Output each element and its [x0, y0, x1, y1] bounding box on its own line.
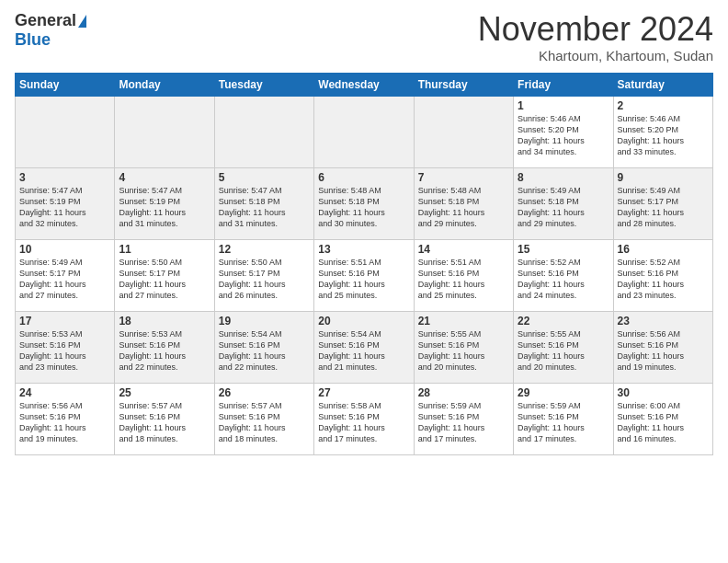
calendar-cell: 25Sunrise: 5:57 AMSunset: 5:16 PMDayligh… — [115, 383, 214, 454]
day-info: Sunrise: 5:49 AMSunset: 5:18 PMDaylight:… — [518, 185, 609, 230]
day-number: 29 — [518, 386, 609, 399]
day-info: Sunrise: 5:48 AMSunset: 5:18 PMDaylight:… — [318, 185, 409, 230]
calendar-cell: 1Sunrise: 5:46 AMSunset: 5:20 PMDaylight… — [514, 96, 613, 167]
day-info: Sunrise: 5:50 AMSunset: 5:17 PMDaylight:… — [119, 257, 210, 302]
day-info: Sunrise: 5:47 AMSunset: 5:19 PMDaylight:… — [119, 185, 210, 230]
logo-line1: General — [15, 11, 86, 30]
logo-general: General — [15, 11, 76, 30]
title-area: November 2024 Khartoum, Khartoum, Sudan — [478, 11, 713, 63]
day-info: Sunrise: 5:53 AMSunset: 5:16 PMDaylight:… — [119, 328, 210, 373]
calendar-cell: 7Sunrise: 5:48 AMSunset: 5:18 PMDaylight… — [414, 167, 513, 239]
day-number: 27 — [318, 386, 409, 399]
day-number: 6 — [318, 171, 409, 184]
day-number: 16 — [618, 243, 709, 256]
calendar-cell: 15Sunrise: 5:52 AMSunset: 5:16 PMDayligh… — [514, 239, 613, 311]
day-number: 20 — [318, 315, 409, 327]
day-number: 10 — [19, 243, 110, 256]
day-info: Sunrise: 5:49 AMSunset: 5:17 PMDaylight:… — [618, 185, 709, 230]
weekday-header-monday: Monday — [115, 73, 214, 96]
calendar-cell: 14Sunrise: 5:51 AMSunset: 5:16 PMDayligh… — [414, 239, 513, 311]
day-number: 13 — [318, 243, 409, 256]
calendar-cell: 27Sunrise: 5:58 AMSunset: 5:16 PMDayligh… — [314, 383, 414, 454]
day-info: Sunrise: 5:59 AMSunset: 5:16 PMDaylight:… — [518, 400, 609, 445]
day-info: Sunrise: 5:46 AMSunset: 5:20 PMDaylight:… — [618, 113, 709, 158]
day-number: 11 — [119, 243, 210, 256]
day-number: 23 — [618, 315, 709, 327]
day-info: Sunrise: 5:48 AMSunset: 5:18 PMDaylight:… — [418, 185, 509, 230]
day-info: Sunrise: 5:56 AMSunset: 5:16 PMDaylight:… — [618, 328, 709, 373]
calendar-cell: 8Sunrise: 5:49 AMSunset: 5:18 PMDaylight… — [514, 167, 613, 239]
day-number: 3 — [19, 171, 110, 184]
day-info: Sunrise: 5:52 AMSunset: 5:16 PMDaylight:… — [618, 257, 709, 302]
day-info: Sunrise: 5:55 AMSunset: 5:16 PMDaylight:… — [518, 328, 609, 373]
calendar-body: 1Sunrise: 5:46 AMSunset: 5:20 PMDaylight… — [16, 96, 713, 454]
day-number: 4 — [119, 171, 210, 184]
month-title: November 2024 — [478, 11, 713, 48]
weekday-header-saturday: Saturday — [613, 73, 712, 96]
day-number: 30 — [618, 386, 709, 399]
day-number: 8 — [518, 171, 609, 184]
day-info: Sunrise: 5:56 AMSunset: 5:16 PMDaylight:… — [19, 400, 110, 445]
day-info: Sunrise: 5:47 AMSunset: 5:18 PMDaylight:… — [219, 185, 310, 230]
calendar-cell: 17Sunrise: 5:53 AMSunset: 5:16 PMDayligh… — [16, 311, 115, 383]
day-number: 12 — [219, 243, 310, 256]
calendar-cell: 16Sunrise: 5:52 AMSunset: 5:16 PMDayligh… — [613, 239, 712, 311]
day-number: 5 — [219, 171, 310, 184]
day-info: Sunrise: 5:47 AMSunset: 5:19 PMDaylight:… — [19, 185, 110, 230]
day-number: 2 — [618, 99, 709, 112]
calendar-cell: 23Sunrise: 5:56 AMSunset: 5:16 PMDayligh… — [613, 311, 712, 383]
day-info: Sunrise: 5:55 AMSunset: 5:16 PMDaylight:… — [418, 328, 509, 373]
page: General Blue November 2024 Khartoum, Kha… — [0, 0, 728, 563]
calendar-cell: 3Sunrise: 5:47 AMSunset: 5:19 PMDaylight… — [16, 167, 115, 239]
logo-line2: Blue — [15, 30, 51, 50]
calendar-cell: 10Sunrise: 5:49 AMSunset: 5:17 PMDayligh… — [16, 239, 115, 311]
day-info: Sunrise: 5:58 AMSunset: 5:16 PMDaylight:… — [318, 400, 409, 445]
day-info: Sunrise: 5:51 AMSunset: 5:16 PMDaylight:… — [418, 257, 509, 302]
calendar-cell — [214, 96, 313, 167]
weekday-header-tuesday: Tuesday — [214, 73, 313, 96]
calendar-table: SundayMondayTuesdayWednesdayThursdayFrid… — [15, 73, 713, 455]
day-number: 21 — [418, 315, 509, 327]
calendar-cell — [16, 96, 115, 167]
calendar-cell: 5Sunrise: 5:47 AMSunset: 5:18 PMDaylight… — [214, 167, 313, 239]
logo: General Blue — [15, 11, 86, 50]
day-number: 22 — [518, 315, 609, 327]
day-number: 18 — [119, 315, 210, 327]
day-info: Sunrise: 5:50 AMSunset: 5:17 PMDaylight:… — [219, 257, 310, 302]
day-info: Sunrise: 5:53 AMSunset: 5:16 PMDaylight:… — [19, 328, 110, 373]
weekday-header-thursday: Thursday — [414, 73, 513, 96]
calendar-cell: 29Sunrise: 5:59 AMSunset: 5:16 PMDayligh… — [514, 383, 613, 454]
day-number: 19 — [219, 315, 310, 327]
calendar-week-3: 10Sunrise: 5:49 AMSunset: 5:17 PMDayligh… — [16, 239, 713, 311]
location-title: Khartoum, Khartoum, Sudan — [478, 48, 713, 63]
day-info: Sunrise: 5:57 AMSunset: 5:16 PMDaylight:… — [119, 400, 210, 445]
weekday-header-sunday: Sunday — [16, 73, 115, 96]
calendar-cell — [314, 96, 414, 167]
day-info: Sunrise: 5:51 AMSunset: 5:16 PMDaylight:… — [318, 257, 409, 302]
calendar-cell: 6Sunrise: 5:48 AMSunset: 5:18 PMDaylight… — [314, 167, 414, 239]
calendar-cell: 4Sunrise: 5:47 AMSunset: 5:19 PMDaylight… — [115, 167, 214, 239]
calendar-cell: 12Sunrise: 5:50 AMSunset: 5:17 PMDayligh… — [214, 239, 313, 311]
day-info: Sunrise: 5:46 AMSunset: 5:20 PMDaylight:… — [518, 113, 609, 158]
day-number: 7 — [418, 171, 509, 184]
day-info: Sunrise: 5:52 AMSunset: 5:16 PMDaylight:… — [518, 257, 609, 302]
header: General Blue November 2024 Khartoum, Kha… — [15, 11, 713, 63]
day-number: 24 — [19, 386, 110, 399]
calendar-cell: 21Sunrise: 5:55 AMSunset: 5:16 PMDayligh… — [414, 311, 513, 383]
day-info: Sunrise: 5:59 AMSunset: 5:16 PMDaylight:… — [418, 400, 509, 445]
day-number: 17 — [19, 315, 110, 327]
day-number: 15 — [518, 243, 609, 256]
calendar-cell: 24Sunrise: 5:56 AMSunset: 5:16 PMDayligh… — [16, 383, 115, 454]
calendar-cell: 30Sunrise: 6:00 AMSunset: 5:16 PMDayligh… — [613, 383, 712, 454]
calendar-cell: 18Sunrise: 5:53 AMSunset: 5:16 PMDayligh… — [115, 311, 214, 383]
calendar-cell: 26Sunrise: 5:57 AMSunset: 5:16 PMDayligh… — [214, 383, 313, 454]
day-info: Sunrise: 5:57 AMSunset: 5:16 PMDaylight:… — [219, 400, 310, 445]
day-number: 14 — [418, 243, 509, 256]
day-number: 28 — [418, 386, 509, 399]
calendar-week-2: 3Sunrise: 5:47 AMSunset: 5:19 PMDaylight… — [16, 167, 713, 239]
calendar-cell: 19Sunrise: 5:54 AMSunset: 5:16 PMDayligh… — [214, 311, 313, 383]
calendar-week-1: 1Sunrise: 5:46 AMSunset: 5:20 PMDaylight… — [16, 96, 713, 167]
logo-triangle-icon — [78, 15, 86, 28]
day-number: 26 — [219, 386, 310, 399]
day-info: Sunrise: 6:00 AMSunset: 5:16 PMDaylight:… — [618, 400, 709, 445]
